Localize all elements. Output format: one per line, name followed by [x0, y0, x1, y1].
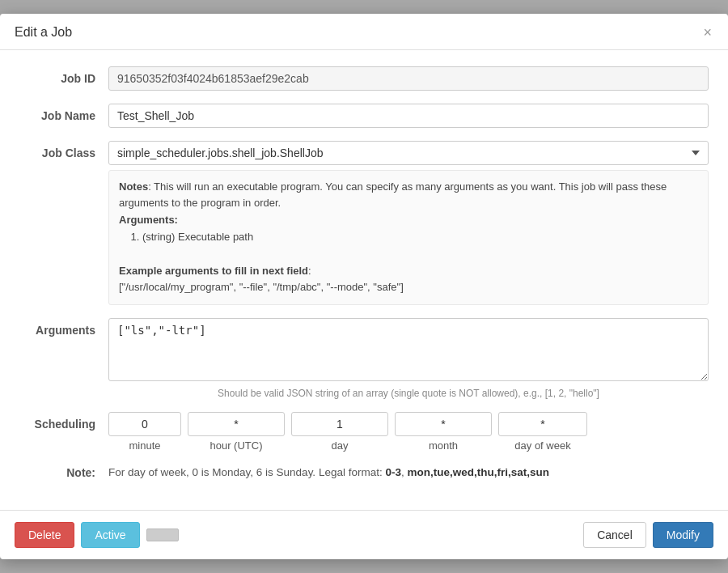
dow-label: day of week	[514, 439, 570, 452]
footer-right: Cancel Modify	[583, 522, 713, 548]
arguments-list: 1. (string) Executable path	[119, 231, 253, 243]
modal-header: Edit a Job ×	[0, 14, 728, 50]
scheduling-group: Scheduling minute hour (UTC)	[19, 412, 709, 452]
hour-input[interactable]	[188, 412, 285, 436]
minute-input[interactable]	[108, 412, 181, 436]
scheduling-wrap: minute hour (UTC) day month	[108, 412, 709, 452]
job-class-notes: Notes: This will run an executable progr…	[108, 170, 709, 306]
job-class-group: Job Class simple_scheduler.jobs.shell_jo…	[19, 141, 709, 306]
modal-body: Job ID Job Name Job Class simple_schedul…	[0, 50, 728, 511]
day-input[interactable]	[291, 412, 388, 436]
day-label: day	[332, 439, 349, 452]
example-value: ["/usr/local/my_program", "--file", "/tm…	[119, 281, 404, 293]
dow-input[interactable]	[498, 412, 587, 436]
scheduling-inputs: minute hour (UTC) day month	[108, 412, 709, 452]
footer-left: Delete Active	[15, 522, 179, 548]
active-toggle[interactable]	[146, 528, 179, 541]
job-name-label: Job Name	[19, 104, 108, 122]
arguments-group: Arguments ["ls","-ltr"] Should be valid …	[19, 318, 709, 399]
note-row: Note: For day of week, 0 is Monday, 6 is…	[19, 465, 709, 481]
month-item: month	[395, 412, 492, 452]
hour-item: hour (UTC)	[188, 412, 285, 452]
cancel-button[interactable]: Cancel	[583, 522, 646, 548]
notes-prefix: Notes: This will run an executable progr…	[119, 180, 667, 210]
arguments-heading: Arguments:	[119, 214, 178, 226]
dow-item: day of week	[498, 412, 587, 452]
job-class-wrap: simple_scheduler.jobs.shell_job.ShellJob…	[108, 141, 709, 306]
job-name-wrap	[108, 104, 709, 128]
arguments-textarea[interactable]: ["ls","-ltr"]	[108, 318, 709, 381]
arguments-hint: Should be valid JSON string of an array …	[108, 388, 709, 399]
day-item: day	[291, 412, 388, 452]
job-name-input[interactable]	[108, 104, 709, 128]
hour-label: hour (UTC)	[210, 439, 262, 452]
modal-title: Edit a Job	[15, 25, 72, 40]
minute-item: minute	[108, 412, 181, 452]
edit-job-modal: Edit a Job × Job ID Job Name Job Clas	[0, 14, 728, 560]
job-class-label: Job Class	[19, 141, 108, 159]
delete-button[interactable]: Delete	[15, 522, 74, 548]
note-text: For day of week, 0 is Monday, 6 is Sunda…	[108, 465, 709, 481]
modal-overlay: Edit a Job × Job ID Job Name Job Clas	[0, 0, 728, 573]
active-button[interactable]: Active	[81, 522, 139, 548]
example-colon: :	[308, 265, 311, 277]
job-class-select[interactable]: simple_scheduler.jobs.shell_job.ShellJob	[108, 141, 709, 165]
job-id-input	[108, 66, 709, 91]
arguments-label: Arguments	[19, 318, 108, 337]
job-id-wrap	[108, 66, 709, 91]
job-name-group: Job Name	[19, 104, 709, 128]
job-id-label: Job ID	[19, 66, 108, 85]
example-heading: Example arguments to fill in next field	[119, 265, 308, 277]
month-input[interactable]	[395, 412, 492, 436]
modify-button[interactable]: Modify	[653, 522, 713, 548]
note-label: Note:	[19, 465, 108, 481]
close-button[interactable]: ×	[701, 25, 713, 40]
month-label: month	[429, 439, 458, 452]
minute-label: minute	[129, 439, 160, 452]
job-id-group: Job ID	[19, 66, 709, 91]
scheduling-label: Scheduling	[19, 412, 108, 431]
arguments-wrap: ["ls","-ltr"] Should be valid JSON strin…	[108, 318, 709, 399]
modal-footer: Delete Active Cancel Modify	[0, 510, 728, 559]
